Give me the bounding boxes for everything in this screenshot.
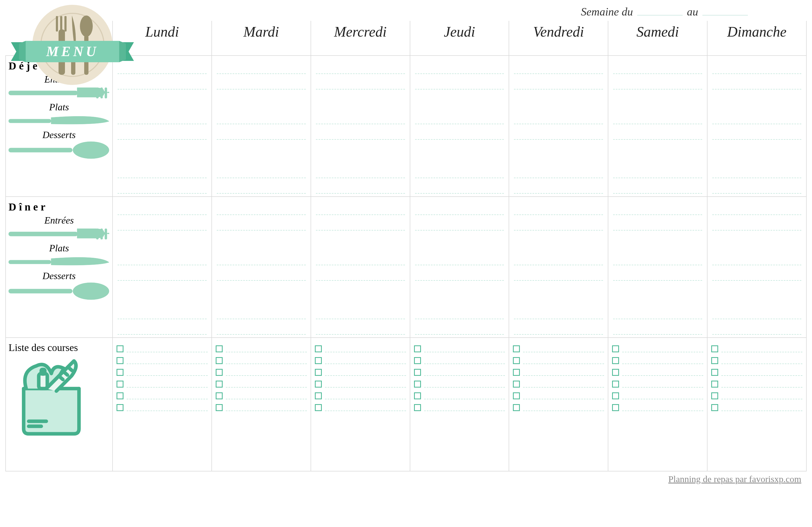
meal-cell[interactable]: [608, 197, 707, 337]
checkbox[interactable]: [315, 381, 322, 388]
checkbox[interactable]: [513, 381, 520, 388]
svg-rect-4: [64, 16, 67, 31]
checkbox[interactable]: [216, 345, 223, 352]
checkbox[interactable]: [414, 392, 421, 399]
meal-cell[interactable]: [509, 197, 608, 337]
svg-marker-12: [19, 41, 26, 62]
knife-icon: [9, 113, 110, 128]
svg-rect-32: [41, 370, 45, 374]
checkbox[interactable]: [513, 345, 520, 352]
checkbox[interactable]: [117, 345, 124, 352]
checkbox[interactable]: [117, 369, 124, 376]
svg-rect-22: [96, 229, 98, 239]
meal-cell[interactable]: [608, 56, 707, 197]
checkbox[interactable]: [513, 357, 520, 364]
meal-cell[interactable]: [410, 197, 509, 337]
meal-cell[interactable]: [410, 56, 509, 197]
spoon-icon: [9, 282, 110, 300]
grocery-bag-icon: [9, 353, 94, 439]
checkbox[interactable]: [315, 392, 322, 399]
svg-point-7: [80, 15, 93, 37]
checkbox[interactable]: [117, 404, 124, 411]
week-start-blank[interactable]: [637, 7, 683, 15]
checkbox[interactable]: [711, 345, 718, 352]
checkbox[interactable]: [315, 345, 322, 352]
checkbox[interactable]: [414, 369, 421, 376]
shopping-cell[interactable]: [509, 337, 608, 471]
shopping-cell[interactable]: [311, 337, 410, 471]
svg-rect-23: [101, 229, 103, 239]
checkbox[interactable]: [216, 381, 223, 388]
meal-cell[interactable]: [113, 197, 212, 337]
knife-icon: [9, 254, 110, 269]
checkbox[interactable]: [612, 404, 619, 411]
checkbox[interactable]: [216, 392, 223, 399]
shopping-cell[interactable]: [212, 337, 311, 471]
shopping-row: Liste des courses: [5, 337, 807, 471]
checkbox[interactable]: [513, 404, 520, 411]
svg-rect-25: [9, 260, 51, 264]
svg-rect-18: [9, 119, 51, 123]
meal-cell[interactable]: [707, 197, 807, 337]
spoon-icon: [9, 140, 110, 159]
dinner-row: Dîner Entrées Plats Desserts: [5, 197, 807, 337]
checkbox[interactable]: [612, 381, 619, 388]
checkbox[interactable]: [216, 357, 223, 364]
meal-cell[interactable]: [311, 197, 410, 337]
checkbox[interactable]: [315, 404, 322, 411]
dinner-course-plats: Plats: [9, 242, 110, 254]
checkbox[interactable]: [711, 369, 718, 376]
checkbox[interactable]: [612, 369, 619, 376]
svg-point-20: [73, 141, 109, 159]
checkbox[interactable]: [414, 404, 421, 411]
svg-rect-24: [105, 229, 107, 239]
shopping-cell[interactable]: [608, 337, 707, 471]
checkbox[interactable]: [315, 369, 322, 376]
week-end-blank[interactable]: [702, 7, 748, 15]
svg-point-27: [73, 283, 109, 300]
checkbox[interactable]: [711, 381, 718, 388]
checkbox[interactable]: [513, 392, 520, 399]
checkbox[interactable]: [117, 381, 124, 388]
svg-rect-3: [60, 16, 62, 31]
dinner-label-cell: Dîner Entrées Plats Desserts: [5, 197, 113, 337]
shopping-cell[interactable]: [410, 337, 509, 471]
checkbox[interactable]: [216, 369, 223, 376]
checkbox[interactable]: [315, 357, 322, 364]
lunch-course-desserts: Desserts: [9, 129, 110, 140]
dinner-course-entrees: Entrées: [9, 215, 110, 226]
menu-logo: MENU: [3, 0, 142, 96]
checkbox[interactable]: [711, 392, 718, 399]
checkbox[interactable]: [612, 345, 619, 352]
checkbox[interactable]: [513, 369, 520, 376]
shopping-label-cell: Liste des courses: [5, 337, 113, 471]
meal-cell[interactable]: [707, 56, 807, 197]
checkbox[interactable]: [612, 357, 619, 364]
checkbox[interactable]: [711, 404, 718, 411]
meal-cell[interactable]: [212, 197, 311, 337]
checkbox[interactable]: [216, 404, 223, 411]
checkbox[interactable]: [612, 392, 619, 399]
day-header: Jeudi: [410, 21, 509, 56]
meal-cell[interactable]: [311, 56, 410, 197]
fork-icon: [9, 226, 110, 241]
dinner-title: Dîner: [9, 200, 110, 213]
svg-rect-26: [9, 289, 72, 293]
meal-cell[interactable]: [212, 56, 311, 197]
day-header: Mercredi: [311, 21, 410, 56]
shopping-title: Liste des courses: [9, 342, 110, 353]
checkbox[interactable]: [711, 357, 718, 364]
week-mid: au: [687, 5, 698, 18]
footer-credit[interactable]: Planning de repas par favorisxp.com: [5, 471, 807, 484]
svg-rect-19: [9, 148, 72, 152]
day-header: Mardi: [212, 21, 311, 56]
checkbox[interactable]: [414, 357, 421, 364]
checkbox[interactable]: [414, 345, 421, 352]
shopping-cell[interactable]: [707, 337, 807, 471]
checkbox[interactable]: [414, 381, 421, 388]
checkbox[interactable]: [117, 392, 124, 399]
shopping-cell[interactable]: [113, 337, 212, 471]
svg-rect-21: [9, 232, 78, 236]
checkbox[interactable]: [117, 357, 124, 364]
meal-cell[interactable]: [509, 56, 608, 197]
